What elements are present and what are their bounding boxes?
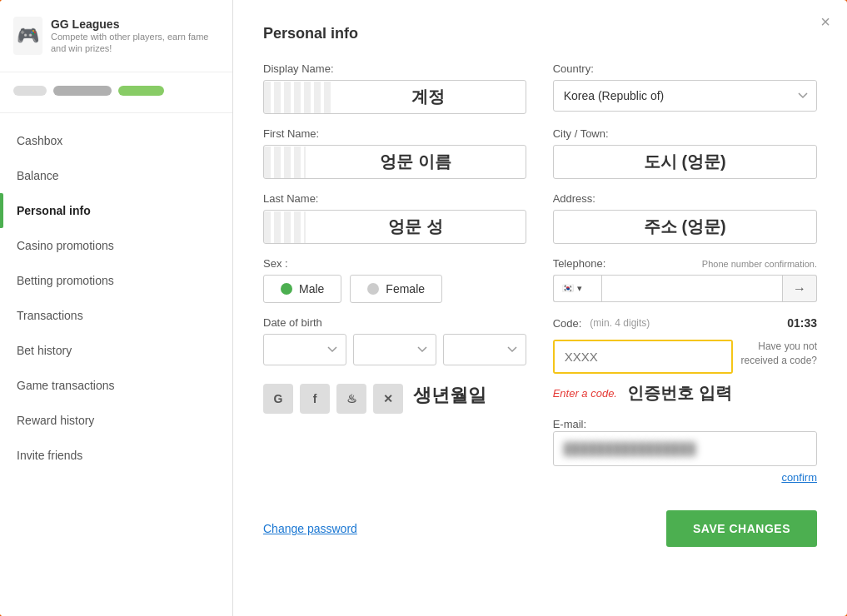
sidebar-header: 🎮 GG Leagues Compete with other players,… xyxy=(0,0,232,72)
telephone-input[interactable] xyxy=(601,275,783,302)
dob-selects xyxy=(263,334,526,365)
steam-login-button[interactable]: ♨ xyxy=(336,384,366,414)
save-changes-button[interactable]: SAVE CHANGES xyxy=(666,510,817,547)
telephone-input-row: 🇰🇷 ▾ → xyxy=(553,275,817,302)
country-label: Country: xyxy=(553,62,817,75)
close-button[interactable]: × xyxy=(820,13,830,30)
dob-label: Date of birth xyxy=(263,316,526,329)
avatar-status-bar xyxy=(118,86,164,96)
code-error-row: Enter a code. 인증번호 입력 xyxy=(553,382,817,405)
city-value: 도시 (엉문) xyxy=(554,146,816,178)
email-blur: ████████████████ xyxy=(564,442,696,455)
sex-group: Sex : Male Female xyxy=(263,257,526,303)
brand-logo: 🎮 xyxy=(13,17,42,55)
tel-arrow-icon: → xyxy=(793,281,806,296)
female-label: Female xyxy=(386,282,425,296)
page-title: Personal info xyxy=(263,25,817,42)
last-name-blur xyxy=(264,211,306,243)
sidebar-item-bet-history[interactable]: Bet history xyxy=(0,333,232,368)
last-name-value: 엉문 성 xyxy=(306,211,526,243)
telephone-confirm-text: Phone number confirmation. xyxy=(702,259,817,269)
sex-option-male[interactable]: Male xyxy=(263,275,341,303)
sidebar-item-invite-friends[interactable]: Invite friends xyxy=(0,438,232,473)
city-group: City / Town: 도시 (엉문) xyxy=(553,127,817,179)
brand-logo-emoji: 🎮 xyxy=(17,25,39,47)
sidebar-item-personal-info[interactable]: Personal info xyxy=(0,193,232,228)
sidebar-item-cashbox[interactable]: Cashbox xyxy=(0,123,232,158)
country-select[interactable]: Korea (Republic of) xyxy=(553,80,817,112)
city-label: City / Town: xyxy=(553,127,817,140)
sex-options: Male Female xyxy=(263,275,526,303)
facebook-login-button[interactable]: f xyxy=(300,384,330,414)
confirm-link[interactable]: confirm xyxy=(553,471,817,484)
address-value: 주소 (엉문) xyxy=(554,211,816,243)
telephone-label-row: Telephone: Phone number confirmation. xyxy=(553,257,817,270)
country-group: Country: Korea (Republic of) xyxy=(553,62,817,114)
code-input[interactable] xyxy=(555,341,733,372)
dob-month-select[interactable] xyxy=(353,334,436,365)
email-label: E-mail: xyxy=(553,418,586,430)
display-name-group: Display Name: 계정 xyxy=(263,62,526,114)
code-not-received-notice: Have you not received a code? xyxy=(741,340,817,368)
tel-flag-emoji: 🇰🇷 xyxy=(562,283,574,294)
code-korean-text: 인증번호 입력 xyxy=(627,382,732,405)
code-group: Code: (min. 4 digits) 01:33 → Have you n… xyxy=(553,316,817,484)
avatar-img xyxy=(13,86,47,96)
code-input-section: → Have you not received a code? xyxy=(553,340,817,374)
code-header-row: Code: (min. 4 digits) 01:33 xyxy=(553,316,817,330)
dob-korean-text: 생년월일 xyxy=(413,383,486,408)
sidebar-item-balance[interactable]: Balance xyxy=(0,158,232,193)
female-dot xyxy=(367,283,379,295)
change-password-link[interactable]: Change password xyxy=(263,522,357,535)
sidebar-divider xyxy=(0,112,232,113)
sidebar-item-betting-promotions[interactable]: Betting promotions xyxy=(0,263,232,298)
code-timer: 01:33 xyxy=(787,316,817,330)
code-error-text: Enter a code. xyxy=(553,387,617,400)
sidebar-nav: Cashbox Balance Personal info Casino pro… xyxy=(0,117,232,479)
telephone-group: Telephone: Phone number confirmation. 🇰🇷… xyxy=(553,257,817,303)
last-name-group: Last Name: 엉문 성 xyxy=(263,192,526,244)
display-name-blur xyxy=(264,82,331,113)
sex-label: Sex : xyxy=(263,257,526,270)
modal: 🎮 GG Leagues Compete with other players,… xyxy=(0,0,847,616)
address-group: Address: 주소 (엉문) xyxy=(553,192,817,244)
tel-flag-dropdown[interactable]: 🇰🇷 ▾ xyxy=(553,275,601,302)
google-login-button[interactable]: G xyxy=(263,384,293,414)
code-input-row: → xyxy=(553,340,733,374)
main-content: × Personal info Display Name: 계정 Country… xyxy=(233,0,847,616)
sidebar-item-game-transactions[interactable]: Game transactions xyxy=(0,368,232,403)
email-group: E-mail: ████████████████ confirm xyxy=(553,416,817,484)
code-hint: (min. 4 digits) xyxy=(590,317,650,329)
sidebar-item-casino-promotions[interactable]: Casino promotions xyxy=(0,228,232,263)
first-name-value: 엉문 이름 xyxy=(306,146,526,178)
twitter-login-button[interactable]: ✕ xyxy=(373,384,403,414)
dob-group: Date of birth G f ♨ xyxy=(263,316,526,484)
avatar-name-bar xyxy=(53,86,112,96)
sidebar: 🎮 GG Leagues Compete with other players,… xyxy=(0,0,233,616)
user-avatar-section xyxy=(0,72,232,109)
display-name-value: 계정 xyxy=(331,81,526,113)
brand-name: GG Leagues xyxy=(51,17,219,31)
bottom-row: Change password SAVE CHANGES xyxy=(263,510,817,547)
code-label-hint: Code: (min. 4 digits) xyxy=(553,317,650,330)
social-login-icons: G f ♨ ✕ xyxy=(263,384,403,414)
male-dot xyxy=(281,283,292,295)
dob-day-select[interactable] xyxy=(263,334,346,365)
sidebar-item-reward-history[interactable]: Reward history xyxy=(0,403,232,438)
sex-option-female[interactable]: Female xyxy=(350,275,442,303)
first-name-blur xyxy=(264,147,306,178)
address-label: Address: xyxy=(553,192,817,205)
brand-subtitle: Compete with other players, earn fame an… xyxy=(51,31,219,55)
first-name-group: First Name: 엉문 이름 xyxy=(263,127,526,179)
dob-year-select[interactable] xyxy=(443,334,526,365)
telephone-label: Telephone: xyxy=(553,257,606,270)
display-name-label: Display Name: xyxy=(263,62,526,75)
personal-info-form: Display Name: 계정 Country: Korea (Republi… xyxy=(263,62,817,484)
last-name-label: Last Name: xyxy=(263,192,526,205)
telephone-send-button[interactable]: → xyxy=(783,275,817,302)
male-label: Male xyxy=(299,282,324,296)
brand-info: GG Leagues Compete with other players, e… xyxy=(51,17,219,55)
sidebar-item-transactions[interactable]: Transactions xyxy=(0,298,232,333)
email-display: ████████████████ xyxy=(553,431,817,466)
tel-dropdown-arrow: ▾ xyxy=(577,283,582,294)
